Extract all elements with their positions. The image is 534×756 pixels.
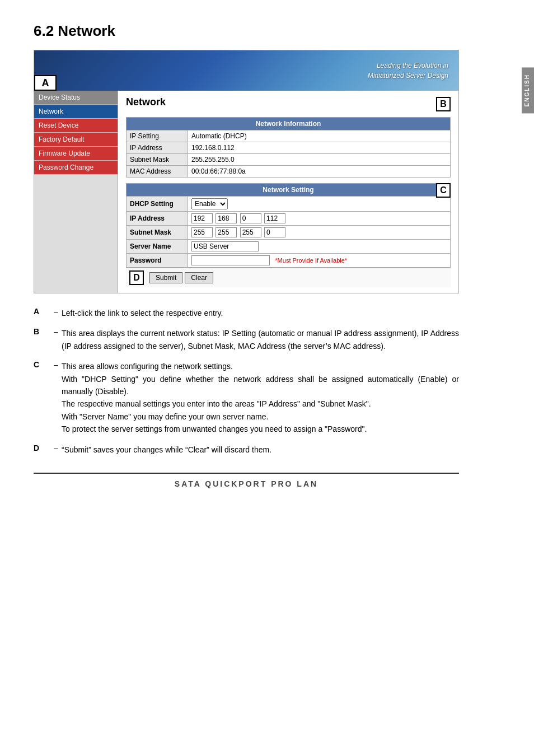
ui-body: A Device Status Network Reset Device Fac… [34, 91, 458, 293]
table-row: IP Address 192.168.0.112 [127, 142, 451, 154]
sidebar-item-factory-default[interactable]: Factory Default [34, 133, 118, 147]
server-name-cell [188, 240, 451, 254]
server-name-input[interactable] [191, 241, 259, 251]
mac-address-label: MAC Address [127, 166, 188, 178]
setting-section: C Network Setting DHCP Setting Enable Di… [126, 183, 451, 287]
ip-address-label: IP Address [127, 142, 188, 154]
page-container: ENGLISH 6.2 Network Leading the Evolutio… [0, 0, 534, 511]
label-b: B [436, 97, 451, 111]
desc-dash-d: – [50, 444, 62, 456]
label-c: C [436, 183, 451, 198]
desc-dash-c: – [50, 360, 62, 435]
submit-row: D Submit Clear [126, 268, 451, 287]
mac-address-value: 00:0d:66:77:88:0a [188, 166, 451, 178]
ip-address-setting-label: IP Address [127, 212, 188, 226]
dhcp-cell: Enable Disable [188, 197, 451, 212]
table-row: Subnet Mask 255.255.255.0 [127, 154, 451, 166]
network-info-header: Network Information [127, 118, 451, 130]
submit-button[interactable]: Submit [149, 272, 182, 283]
desc-text-b: This area displays the current network s… [62, 327, 459, 352]
password-row: Password *Must Provide If Available* [127, 254, 451, 268]
network-setting-header: Network Setting [127, 184, 451, 197]
sidebar-item-password-change[interactable]: Password Change [34, 161, 118, 175]
desc-item-a: A – Left-click the link to select the re… [34, 307, 459, 319]
desc-item-c: C – This area allows configuring the net… [34, 360, 459, 435]
desc-letter-c: C [34, 360, 50, 435]
desc-dash-b: – [50, 327, 62, 352]
subnet-mask-setting-cell [188, 226, 451, 240]
subnet-octet-2[interactable] [216, 227, 237, 237]
ip-octet-4[interactable] [264, 213, 285, 223]
subnet-octet-4[interactable] [264, 227, 285, 237]
password-label: Password [127, 254, 188, 268]
ip-setting-value: Automatic (DHCP) [188, 130, 451, 142]
sidebar-item-device-status[interactable]: Device Status [34, 91, 118, 105]
sidebar-item-network[interactable]: Network [34, 105, 118, 119]
footer: SATA QUICKPORT PRO LAN [34, 473, 459, 488]
subnet-mask-setting-label: Subnet Mask [127, 226, 188, 240]
desc-letter-b: B [34, 327, 50, 352]
ip-address-value: 192.168.0.112 [188, 142, 451, 154]
ui-box: Leading the Evolution in Miniaturized Se… [34, 50, 459, 293]
desc-text-d: “Submit” saves your changes while “Clear… [62, 444, 459, 456]
ip-octet-3[interactable] [240, 213, 261, 223]
dhcp-select[interactable]: Enable Disable [191, 198, 228, 209]
sidebar: A Device Status Network Reset Device Fac… [34, 91, 118, 293]
ip-address-setting-cell [188, 212, 451, 226]
password-cell: *Must Provide If Available* [188, 254, 451, 268]
desc-letter-d: D [34, 444, 50, 456]
ui-header: Leading the Evolution in Miniaturized Se… [34, 50, 458, 91]
desc-section: A – Left-click the link to select the re… [34, 307, 459, 456]
content-area: Network B Network Information IP Setting… [118, 91, 458, 293]
clear-button[interactable]: Clear [185, 272, 213, 283]
ip-octet-2[interactable] [216, 213, 237, 223]
server-name-label: Server Name [127, 240, 188, 254]
page-title: 6.2 Network [34, 22, 500, 40]
label-d: D [129, 270, 144, 285]
network-setting-table: Network Setting DHCP Setting Enable Disa… [126, 183, 451, 268]
desc-text-a: Left-click the link to select the respec… [62, 307, 459, 319]
subnet-octet-3[interactable] [240, 227, 261, 237]
ip-octet-1[interactable] [191, 213, 213, 223]
server-name-row: Server Name [127, 240, 451, 254]
sidebar-item-firmware-update[interactable]: Firmware Update [34, 147, 118, 161]
password-hint: *Must Provide If Available* [275, 257, 347, 264]
sidebar-label-a: A [34, 75, 57, 91]
dhcp-label: DHCP Setting [127, 197, 188, 212]
table-row: IP Setting Automatic (DHCP) [127, 130, 451, 142]
desc-text-c: This area allows configuring the network… [62, 360, 459, 435]
content-title: Network [126, 96, 166, 108]
header-tagline: Leading the Evolution in Miniaturized Se… [368, 60, 448, 81]
network-info-table: Network Information IP Setting Automatic… [126, 117, 451, 178]
sidebar-item-reset-device[interactable]: Reset Device [34, 119, 118, 133]
ip-setting-row: IP Address [127, 212, 451, 226]
password-input[interactable] [191, 255, 270, 265]
subnet-mask-value: 255.255.255.0 [188, 154, 451, 166]
subnet-octet-1[interactable] [191, 227, 213, 237]
desc-item-d: D – “Submit” saves your changes while “C… [34, 444, 459, 456]
desc-item-b: B – This area displays the current netwo… [34, 327, 459, 352]
dhcp-row: DHCP Setting Enable Disable [127, 197, 451, 212]
desc-dash-a: – [50, 307, 62, 319]
subnet-mask-label: Subnet Mask [127, 154, 188, 166]
table-row: MAC Address 00:0d:66:77:88:0a [127, 166, 451, 178]
subnet-row: Subnet Mask [127, 226, 451, 240]
desc-letter-a: A [34, 307, 50, 319]
ip-setting-label: IP Setting [127, 130, 188, 142]
side-tab: ENGLISH [522, 67, 534, 113]
